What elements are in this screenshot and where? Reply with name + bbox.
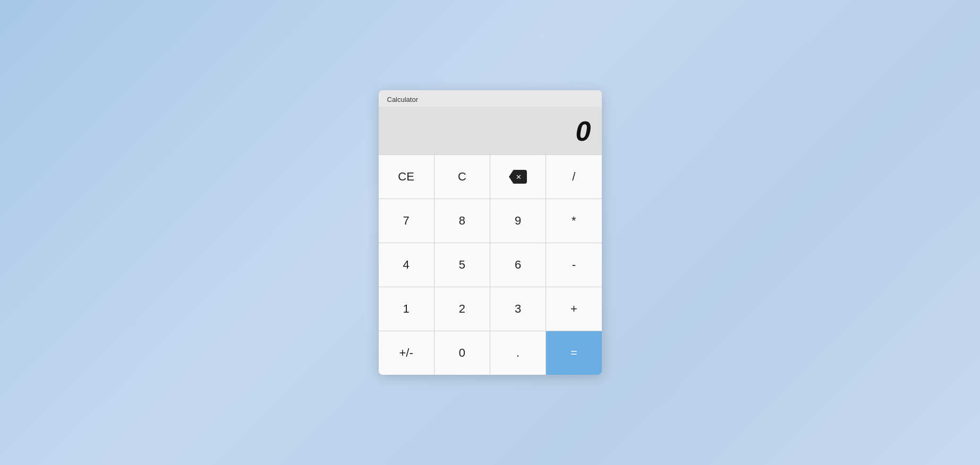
display-value: 0 xyxy=(576,117,591,145)
9-button[interactable]: 9 xyxy=(490,199,546,243)
5-button[interactable]: 5 xyxy=(434,243,490,287)
multiply-button[interactable]: * xyxy=(546,199,601,243)
title-bar: Calculator xyxy=(379,90,602,107)
2-button[interactable]: 2 xyxy=(434,287,490,331)
negate-button[interactable]: +/- xyxy=(379,331,434,375)
display-area: 0 xyxy=(379,107,602,154)
ce-button[interactable]: CE xyxy=(379,155,434,199)
equals-button[interactable]: = xyxy=(546,331,601,375)
subtract-button[interactable]: - xyxy=(546,243,601,287)
c-button[interactable]: C xyxy=(434,155,490,199)
backspace-icon xyxy=(509,170,527,184)
7-button[interactable]: 7 xyxy=(379,199,434,243)
8-button[interactable]: 8 xyxy=(434,199,490,243)
buttons-grid: CE C / 7 8 9 * 4 5 6 - 1 2 3 + +/- 0 . = xyxy=(379,154,602,375)
backspace-button[interactable] xyxy=(490,155,546,199)
calculator-window: Calculator 0 CE C / 7 8 9 * 4 5 6 - 1 2 … xyxy=(379,90,602,375)
decimal-button[interactable]: . xyxy=(490,331,546,375)
app-title: Calculator xyxy=(387,96,419,104)
add-button[interactable]: + xyxy=(546,287,601,331)
0-button[interactable]: 0 xyxy=(434,331,490,375)
1-button[interactable]: 1 xyxy=(379,287,434,331)
4-button[interactable]: 4 xyxy=(379,243,434,287)
3-button[interactable]: 3 xyxy=(490,287,546,331)
divide-button[interactable]: / xyxy=(546,155,601,199)
6-button[interactable]: 6 xyxy=(490,243,546,287)
